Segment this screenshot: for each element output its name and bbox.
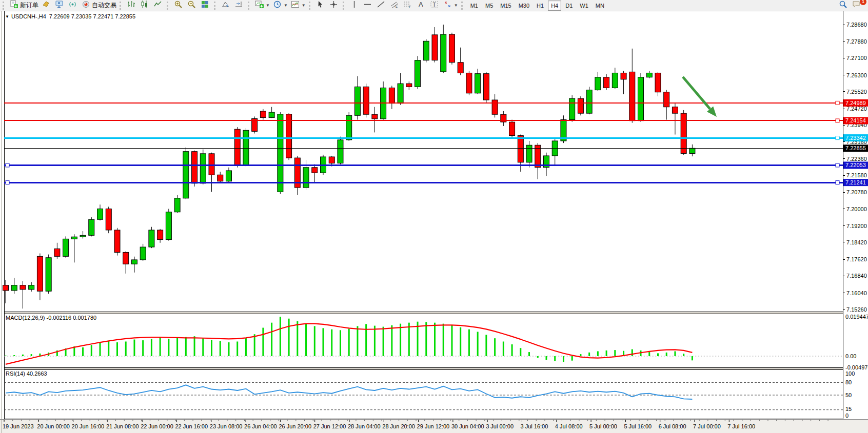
periods-button[interactable]: ▼ — [271, 0, 289, 11]
bullish-candle — [646, 73, 652, 77]
bearish-candle — [509, 122, 515, 136]
bullish-candle — [638, 77, 644, 121]
bullish-candle — [89, 219, 94, 235]
timeframe-m1-button[interactable]: M1 — [467, 1, 481, 11]
chart-shift-button[interactable] — [233, 0, 246, 11]
bullish-candle — [612, 73, 618, 88]
bullish-candle — [140, 247, 146, 260]
svg-text:7.26300: 7.26300 — [846, 72, 867, 78]
bullish-candle — [174, 198, 180, 212]
svg-text:7.17620: 7.17620 — [846, 256, 867, 262]
cursor-button[interactable] — [314, 0, 328, 11]
bullish-candle — [200, 154, 206, 183]
bearish-candle — [54, 249, 60, 256]
timeframe-d1-button[interactable]: D1 — [562, 1, 576, 11]
bullish-candle — [346, 115, 352, 140]
svg-text:A: A — [419, 1, 423, 8]
svg-text:7.18420: 7.18420 — [846, 239, 867, 245]
zoom-in-button[interactable] — [172, 0, 186, 11]
svg-text:29 Jun 12:00: 29 Jun 12:00 — [417, 423, 450, 429]
indicators-button[interactable]: ▼ — [289, 0, 307, 11]
svg-text:80: 80 — [845, 379, 852, 385]
svg-text:20 Jun 00:00: 20 Jun 00:00 — [37, 423, 70, 429]
arrows-button[interactable]: ▼ — [442, 0, 460, 11]
price-chart[interactable]: 7.286807.278807.271007.263007.255207.247… — [0, 11, 868, 433]
bullish-candle — [97, 209, 103, 220]
bullish-candle — [441, 34, 446, 72]
svg-text:22 Jun 16:00: 22 Jun 16:00 — [175, 423, 208, 429]
bearish-candle — [518, 136, 523, 162]
svg-text:7 Jul 16:00: 7 Jul 16:00 — [727, 423, 755, 429]
toolbar-grip — [461, 2, 464, 10]
label-button[interactable]: T — [428, 0, 442, 11]
signals-button[interactable] — [67, 0, 80, 11]
zoom-out-button[interactable] — [186, 0, 199, 11]
channel-icon: E — [390, 0, 399, 11]
megaphone-icon — [42, 0, 50, 11]
autotrading-icon — [82, 0, 90, 11]
terminal-button[interactable] — [53, 0, 67, 11]
svg-text:19 Jun 2023: 19 Jun 2023 — [3, 423, 34, 429]
chevron-down-icon: ▼ — [266, 3, 270, 8]
svg-text:7.16840: 7.16840 — [846, 273, 867, 279]
channel-button[interactable]: E — [388, 0, 402, 11]
chart-candles-icon — [140, 0, 149, 11]
chart-candles-button[interactable] — [139, 0, 152, 11]
bullish-candle — [398, 84, 403, 104]
svg-text:7.15260: 7.15260 — [846, 306, 867, 313]
auto-scroll-button[interactable] — [220, 0, 233, 11]
fibonacci-button[interactable]: F — [402, 0, 415, 11]
search-button[interactable] — [837, 0, 851, 11]
bullish-candle — [415, 60, 421, 87]
bearish-candle — [3, 285, 9, 291]
trendline-button[interactable] — [375, 0, 388, 11]
timeframe-m30-button[interactable]: M30 — [516, 1, 532, 11]
bullish-candle — [226, 171, 231, 181]
hline-icon — [363, 0, 372, 11]
hline-button[interactable] — [362, 0, 375, 11]
megaphone-button[interactable] — [40, 0, 53, 11]
chart-shift-icon — [234, 0, 243, 11]
bullish-candle — [183, 152, 189, 198]
tile-windows-button[interactable] — [199, 0, 212, 11]
bullish-candle — [475, 74, 481, 93]
bearish-candle — [20, 285, 26, 290]
chart-line-button[interactable] — [152, 0, 165, 11]
bearish-candle — [372, 114, 378, 119]
toolbar-grip — [214, 2, 217, 10]
cursor-icon — [316, 0, 325, 11]
svg-text:50: 50 — [845, 392, 852, 398]
timeframe-mn-button[interactable]: MN — [593, 1, 607, 11]
notifications-button[interactable]: 1 — [851, 0, 864, 11]
svg-text:7.19200: 7.19200 — [846, 223, 867, 229]
text-button[interactable]: A — [415, 0, 428, 11]
bullish-candle — [243, 130, 249, 165]
timeframe-h1-button[interactable]: H1 — [534, 1, 547, 11]
crosshair-button[interactable] — [328, 0, 341, 11]
bearish-candle — [483, 74, 489, 100]
new-order-button[interactable]: 新订单 — [8, 0, 40, 11]
line-handle — [836, 119, 839, 122]
bullish-candle — [29, 285, 34, 290]
notification-count-badge: 1 — [860, 0, 866, 5]
timeframe-w1-button[interactable]: W1 — [577, 1, 591, 11]
zoom-in-icon — [174, 0, 183, 11]
bullish-candle — [338, 140, 343, 163]
autotrading-button[interactable]: 自动交易 — [80, 0, 118, 11]
bearish-candle — [535, 145, 541, 167]
timeframe-m15-button[interactable]: M15 — [497, 1, 514, 11]
svg-text:30 Jun 04:00: 30 Jun 04:00 — [451, 423, 484, 429]
bearish-candle — [458, 63, 463, 73]
timeframe-h4-button[interactable]: H4 — [548, 1, 561, 11]
bullish-candle — [149, 230, 154, 247]
vline-button[interactable] — [348, 0, 362, 11]
chart-bars-button[interactable] — [125, 0, 139, 11]
bullish-candle — [303, 168, 309, 188]
new-order-icon — [10, 0, 18, 11]
svg-text:7.25520: 7.25520 — [846, 89, 867, 95]
chevron-down-icon: ▼ — [454, 3, 458, 8]
new-chart-button[interactable]: ▼ — [253, 0, 271, 11]
svg-text:0: 0 — [845, 413, 849, 419]
svg-text:-0.004976: -0.004976 — [845, 364, 868, 370]
timeframe-m5-button[interactable]: M5 — [482, 1, 496, 11]
